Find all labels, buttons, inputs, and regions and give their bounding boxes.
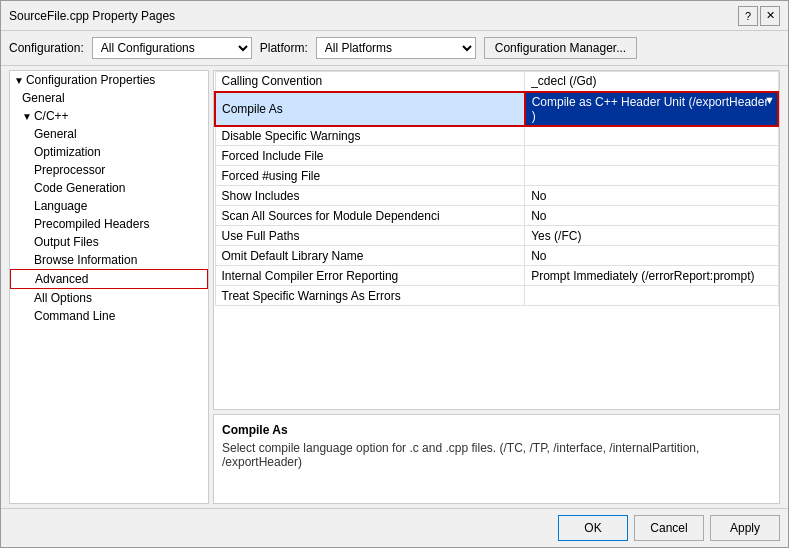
tree-item-config-props[interactable]: ▼ Configuration Properties [10, 71, 208, 89]
configuration-select[interactable]: All Configurations [92, 37, 252, 59]
tree-item-optimization[interactable]: Optimization [10, 143, 208, 161]
table-row: Forced Include File [215, 146, 778, 166]
table-row: Disable Specific Warnings [215, 126, 778, 146]
ok-button[interactable]: OK [558, 515, 628, 541]
tree-item-code-generation[interactable]: Code Generation [10, 179, 208, 197]
tree-item-general[interactable]: General [10, 89, 208, 107]
tree-item-advanced[interactable]: Advanced [10, 269, 208, 289]
main-area: ▼ Configuration Properties General ▼ C/C… [1, 66, 788, 508]
tree-panel: ▼ Configuration Properties General ▼ C/C… [9, 70, 209, 504]
table-row: Calling Convention _cdecl (/Gd) [215, 72, 778, 92]
table-row: Show Includes No [215, 186, 778, 206]
right-panel: Calling Convention _cdecl (/Gd) Compile … [213, 70, 780, 504]
dialog-title: SourceFile.cpp Property Pages [9, 9, 175, 23]
title-bar-buttons: ? ✕ [738, 6, 780, 26]
tree-item-output-files[interactable]: Output Files [10, 233, 208, 251]
configuration-manager-button[interactable]: Configuration Manager... [484, 37, 637, 59]
close-button[interactable]: ✕ [760, 6, 780, 26]
tree-item-language[interactable]: Language [10, 197, 208, 215]
info-title: Compile As [222, 423, 771, 437]
tree-item-general2[interactable]: General [10, 125, 208, 143]
expand-icon: ▼ [14, 75, 24, 86]
expand-icon-cpp: ▼ [22, 111, 32, 122]
tree-item-all-options[interactable]: All Options [10, 289, 208, 307]
apply-button[interactable]: Apply [710, 515, 780, 541]
table-row: Internal Compiler Error Reporting Prompt… [215, 266, 778, 286]
tree-item-cpp[interactable]: ▼ C/C++ [10, 107, 208, 125]
table-row: Treat Specific Warnings As Errors [215, 286, 778, 306]
table-row: Forced #using File [215, 166, 778, 186]
table-row: Scan All Sources for Module Dependenci N… [215, 206, 778, 226]
info-description: Select compile language option for .c an… [222, 441, 771, 469]
props-grid: Calling Convention _cdecl (/Gd) Compile … [214, 71, 779, 306]
info-panel: Compile As Select compile language optio… [213, 414, 780, 504]
properties-table: Calling Convention _cdecl (/Gd) Compile … [213, 70, 780, 410]
dropdown-arrow-icon[interactable]: ▼ [764, 94, 775, 106]
title-bar: SourceFile.cpp Property Pages ? ✕ [1, 1, 788, 31]
table-row: Omit Default Library Name No [215, 246, 778, 266]
tree-item-precompiled-headers[interactable]: Precompiled Headers [10, 215, 208, 233]
table-row: Use Full Paths Yes (/FC) [215, 226, 778, 246]
property-pages-dialog: SourceFile.cpp Property Pages ? ✕ Config… [0, 0, 789, 548]
tree-item-browse-information[interactable]: Browse Information [10, 251, 208, 269]
tree-item-command-line[interactable]: Command Line [10, 307, 208, 325]
platform-select[interactable]: All Platforms [316, 37, 476, 59]
cancel-button[interactable]: Cancel [634, 515, 704, 541]
config-row: Configuration: All Configurations Platfo… [1, 31, 788, 66]
bottom-bar: OK Cancel Apply [1, 508, 788, 547]
table-row-compile-as[interactable]: Compile As Compile as C++ Header Unit (/… [215, 92, 778, 126]
tree-item-preprocessor[interactable]: Preprocessor [10, 161, 208, 179]
platform-label: Platform: [260, 41, 308, 55]
help-button[interactable]: ? [738, 6, 758, 26]
config-label: Configuration: [9, 41, 84, 55]
